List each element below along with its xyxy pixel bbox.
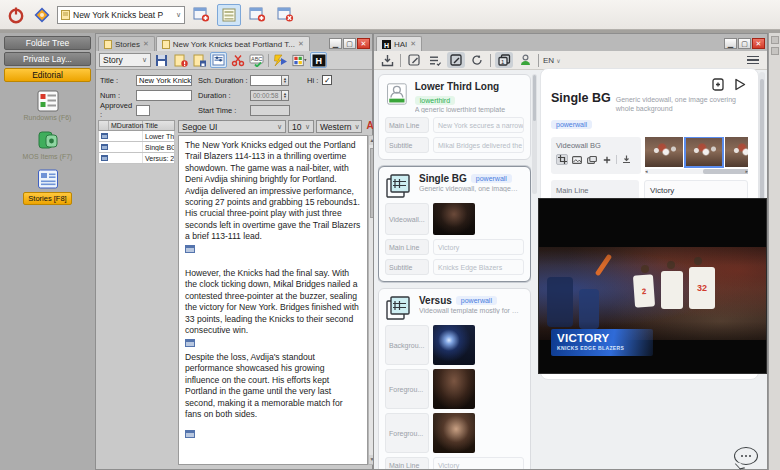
table-row[interactable]: Lower Thi — [98, 131, 175, 142]
sidebar-item-editorial[interactable]: Editorial — [4, 68, 91, 82]
hi-checkbox[interactable]: ✓ — [322, 75, 332, 85]
layers-button[interactable]: 1 — [495, 52, 513, 68]
minimize-button[interactable]: ▁ — [724, 38, 737, 49]
properties-panel-button[interactable] — [210, 52, 227, 68]
template-card-versus[interactable]: Versus powerwall Videowall template most… — [378, 288, 531, 469]
title-column-header[interactable]: Title — [143, 121, 174, 130]
sch-duration-spinner[interactable]: ▲▼ — [282, 75, 289, 86]
scroll-thumb[interactable] — [533, 75, 536, 121]
image-thumbnail[interactable] — [645, 137, 683, 167]
sch-duration-input[interactable] — [250, 75, 282, 86]
approved-input[interactable] — [136, 105, 150, 116]
sidebar-item-folder-tree[interactable]: Folder Tree — [4, 36, 91, 50]
close-button[interactable]: ✕ — [357, 38, 370, 49]
table-row[interactable]: Single BG: — [98, 142, 175, 153]
attach-window-button[interactable] — [245, 4, 269, 26]
list-view-button[interactable] — [426, 52, 444, 68]
font-family-select[interactable]: Segoe UI∨ — [178, 120, 286, 133]
paragraph: Despite the loss, Avdija's standout perf… — [185, 352, 361, 420]
close-tab-icon[interactable]: ✕ — [298, 40, 304, 48]
close-tab-icon[interactable]: ✕ — [410, 40, 416, 48]
num-input[interactable] — [136, 90, 192, 101]
save-button[interactable] — [153, 52, 170, 68]
main-line-input[interactable]: Victory — [644, 180, 748, 200]
close-button[interactable]: ✕ — [752, 38, 765, 49]
font-size-select[interactable]: 10∨ — [288, 120, 314, 133]
language-select[interactable]: EN ∨ — [543, 56, 561, 65]
close-window-button[interactable] — [273, 4, 297, 26]
embedded-object-icon[interactable] — [185, 339, 195, 347]
scroll-left-icon[interactable]: ◂ — [645, 168, 648, 174]
videowall-thumbnail[interactable] — [433, 203, 475, 235]
sidebar-item-mos-items[interactable]: MOS Items (F7) — [4, 129, 91, 160]
embedded-object-icon[interactable] — [185, 245, 195, 253]
foreground-thumbnail[interactable] — [433, 413, 475, 453]
field-label: Subtitle — [385, 259, 429, 275]
scroll-right-icon[interactable]: ▸ — [745, 168, 748, 174]
spellcheck-icon: ABC — [249, 54, 264, 67]
tab-story-active[interactable]: New York Knicks beat Portland T... ✕ — [156, 36, 310, 51]
story-text-editor[interactable]: The New York Knicks edged out the Portla… — [178, 135, 368, 465]
add-to-story-button[interactable] — [712, 77, 724, 95]
edit-button[interactable] — [405, 52, 423, 68]
play-preview-button[interactable] — [734, 77, 746, 95]
sidebar-item-private-layout[interactable]: Private Lay... — [4, 52, 91, 66]
subtitle-input[interactable]: Mikal Bridges delivered the winning shot — [433, 137, 524, 153]
scroll-thumb[interactable] — [703, 169, 748, 174]
image-thumbnail-selected[interactable] — [685, 137, 723, 167]
template-card-lower-third-long[interactable]: Lower Third Long lowerthird A generic lo… — [378, 74, 531, 160]
launcher-button[interactable] — [31, 4, 53, 26]
sidebar-item-stories[interactable]: Stories [F8] — [4, 168, 91, 205]
duration-spinner: ▲▼ — [282, 90, 289, 101]
tab-hai[interactable]: H HAI ✕ — [376, 36, 422, 51]
mduration-column-header[interactable]: MDuration — [109, 121, 143, 130]
story-selector[interactable]: New York Knicks beat P ∨ — [57, 6, 185, 24]
close-tab-icon[interactable]: ✕ — [143, 40, 149, 48]
template-card-single-bg[interactable]: Single BG powerwall Generic videowall, o… — [378, 166, 531, 282]
spellcheck-button[interactable]: ABC — [248, 52, 265, 68]
presenter-status-button[interactable] — [516, 52, 534, 68]
detail-template-description: Generic videowall, one image covering wh… — [616, 96, 748, 113]
subtitle-input[interactable]: Knicks Edge Blazers — [433, 259, 524, 275]
story-alert-button[interactable] — [172, 52, 189, 68]
graphics-preview[interactable]: 2 32 VICTORY KNICKS EDGE BLAZERS — [538, 198, 767, 374]
menu-button[interactable] — [747, 56, 763, 65]
editorial-label: Editorial — [32, 70, 63, 80]
embedded-object-icon[interactable] — [185, 430, 195, 438]
send-to-rundown-button[interactable] — [272, 52, 289, 68]
split-story-button[interactable] — [229, 52, 246, 68]
tab-stories[interactable]: Stories ✕ — [98, 36, 155, 51]
power-button[interactable] — [5, 4, 27, 26]
background-thumbnail[interactable] — [433, 325, 475, 365]
image-fit-button[interactable] — [571, 154, 583, 165]
story-mode-select[interactable]: Story ∨ — [99, 53, 151, 67]
sliders-icon — [212, 54, 225, 66]
layout-list-button[interactable] — [217, 4, 241, 26]
crop-tool-button[interactable] — [556, 154, 568, 165]
html-plugin-button[interactable]: H — [310, 52, 327, 68]
add-image-button[interactable] — [601, 154, 613, 165]
sidebar-item-rundowns[interactable]: Rundowns (F6) — [4, 90, 91, 121]
download-image-button[interactable] — [620, 154, 632, 165]
minimize-button[interactable]: ▁ — [329, 38, 342, 49]
template-list-scrollbar[interactable] — [532, 74, 537, 194]
main-line-input[interactable]: Victory — [433, 457, 524, 469]
chat-button[interactable] — [734, 447, 759, 467]
title-input[interactable]: New York Knicks beat — [136, 75, 192, 86]
story-save-button[interactable] — [191, 52, 208, 68]
import-button[interactable] — [378, 52, 396, 68]
insert-item-button[interactable] — [291, 52, 308, 68]
script-select[interactable]: Western∨ — [316, 120, 362, 133]
thumbnail-scrollbar[interactable]: ◂ ▸ — [645, 169, 748, 174]
maximize-button[interactable]: ▢ — [343, 38, 356, 49]
refresh-button[interactable] — [468, 52, 486, 68]
new-window-button[interactable] — [189, 4, 213, 26]
foreground-thumbnail[interactable] — [433, 369, 475, 409]
image-library-button[interactable] — [586, 154, 598, 165]
main-line-input[interactable]: New York secures a narrow victory in ove… — [433, 117, 524, 133]
main-line-input[interactable]: Victory — [433, 239, 524, 255]
maximize-button[interactable]: ▢ — [738, 38, 751, 49]
image-thumbnail[interactable] — [725, 137, 748, 167]
edit-mode-button[interactable] — [447, 52, 465, 68]
table-row[interactable]: Versus: 21 — [98, 153, 175, 164]
